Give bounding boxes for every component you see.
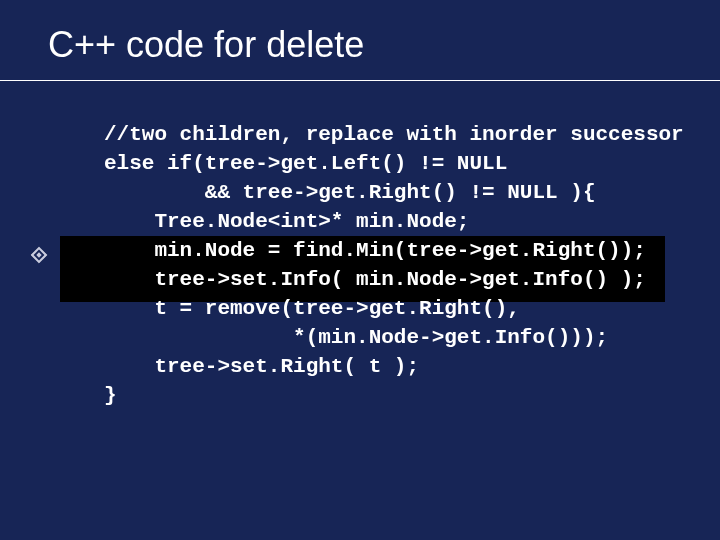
slide: C++ code for delete //two children, repl… <box>0 0 720 540</box>
code-line: tree->set.Right( t ); <box>0 353 720 382</box>
code-line: Tree.Node<int>* min.Node; <box>0 208 720 237</box>
code-line: else if(tree->get.Left() != NULL <box>0 150 720 179</box>
code-line: tree->set.Info( min.Node->get.Info() ); <box>0 266 720 295</box>
code-line: } <box>0 382 720 411</box>
code-line: t = remove(tree->get.Right(), <box>0 295 720 324</box>
code-block: //two children, replace with inorder suc… <box>0 121 720 411</box>
code-line: min.Node = find.Min(tree->get.Right()); <box>0 237 720 266</box>
title-underline <box>0 80 720 81</box>
code-line: && tree->get.Right() != NULL ){ <box>0 179 720 208</box>
slide-title: C++ code for delete <box>0 24 720 80</box>
code-line: *(min.Node->get.Info())); <box>0 324 720 353</box>
code-line: //two children, replace with inorder suc… <box>0 121 720 150</box>
